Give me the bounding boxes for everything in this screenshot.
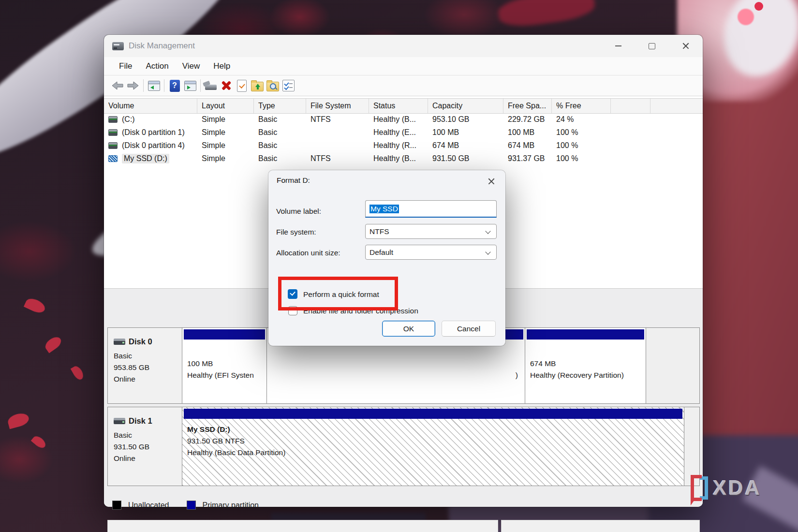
volume-layout: Simple	[197, 115, 254, 124]
wallpaper-blob	[43, 335, 63, 354]
table-row[interactable]: (Disk 0 partition 1) Simple Basic Health…	[104, 126, 703, 139]
close-icon	[682, 43, 689, 49]
allocation-unit-label: Allocation unit size:	[276, 249, 340, 257]
folder-up-icon	[251, 82, 264, 91]
volume-free: 229.72 GB	[503, 115, 552, 124]
menu-file[interactable]: File	[112, 59, 139, 73]
check-document-icon	[237, 80, 247, 92]
ok-button[interactable]: OK	[382, 321, 435, 337]
volume-label-input[interactable]: My SSD	[365, 200, 497, 218]
volume-status: Healthy (B...	[369, 154, 428, 163]
wallpaper-blob	[712, 0, 798, 87]
volume-type: Basic	[254, 128, 306, 137]
menu-view[interactable]: View	[176, 59, 207, 73]
quick-format-highlight-box	[278, 277, 398, 310]
wallpaper-blob	[6, 412, 30, 429]
column-header-status[interactable]: Status	[369, 99, 428, 113]
partition-recovery[interactable]: 674 MB Healthy (Recovery Partition)	[525, 328, 646, 403]
table-row-selected[interactable]: My SSD (D:) Simple Basic NTFS Healthy (B…	[104, 152, 703, 165]
allocation-unit-value: Default	[369, 248, 393, 257]
properties-button[interactable]	[203, 78, 219, 93]
cancel-button[interactable]: Cancel	[442, 321, 496, 337]
table-row[interactable]: (Disk 0 partition 4) Simple Basic Health…	[104, 139, 703, 152]
volume-fs: NTFS	[306, 115, 369, 124]
volume-free: 674 MB	[503, 141, 552, 150]
script-button[interactable]	[234, 78, 250, 93]
partition-status: Healthy (Recovery Partition)	[530, 369, 624, 381]
volume-status: Healthy (R...	[369, 141, 428, 150]
toolbar: ?	[104, 75, 703, 96]
disk-type: Basic	[114, 429, 182, 441]
title-bar: Disk Management	[104, 35, 703, 57]
file-system-dropdown[interactable]: NTFS	[365, 224, 497, 239]
drive-properties-icon	[205, 85, 217, 90]
minimize-button[interactable]	[601, 35, 635, 57]
dialog-close-button[interactable]	[484, 175, 499, 188]
back-icon	[112, 81, 123, 90]
unallocated-label: Unallocated	[128, 501, 169, 510]
volume-type: Basic	[254, 115, 306, 124]
close-button[interactable]	[669, 35, 703, 57]
table-row[interactable]: (C:) Simple Basic NTFS Healthy (B... 953…	[104, 113, 703, 126]
forward-button[interactable]	[125, 78, 141, 93]
checklist-icon	[282, 80, 295, 91]
disk1-empty-space	[684, 407, 699, 486]
volume-capacity: 674 MB	[428, 141, 503, 150]
format-dialog: Format D: Volume label: My SSD File syst…	[268, 170, 505, 346]
partition-size: 100 MB	[187, 358, 254, 369]
volume-status: Healthy (E...	[369, 128, 428, 137]
column-header-free-space[interactable]: Free Spa...	[503, 99, 552, 113]
partition-status-sliver: )	[516, 369, 518, 381]
volume-rows: (C:) Simple Basic NTFS Healthy (B... 953…	[104, 113, 703, 165]
help-button[interactable]: ?	[167, 78, 182, 93]
column-header-file-system[interactable]: File System	[306, 99, 369, 113]
xda-bracket-icon	[691, 475, 702, 501]
disk-status: Online	[114, 373, 182, 385]
console-tree-button[interactable]	[146, 78, 162, 93]
allocation-unit-dropdown[interactable]: Default	[365, 245, 497, 260]
delete-volume-button[interactable]	[219, 78, 234, 93]
export-button[interactable]	[250, 78, 265, 93]
column-header-layout[interactable]: Layout	[197, 99, 254, 113]
menu-action[interactable]: Action	[139, 59, 175, 73]
disk-status: Online	[114, 453, 182, 464]
column-header-type[interactable]: Type	[254, 99, 306, 113]
volume-label-label: Volume label:	[276, 207, 321, 216]
column-header-capacity[interactable]: Capacity	[428, 99, 503, 113]
xda-logo-text: XDA	[713, 476, 762, 500]
back-button[interactable]	[110, 78, 125, 93]
window-title: Disk Management	[129, 41, 195, 51]
open-search-button[interactable]	[265, 78, 281, 93]
wallpaper-blob	[24, 296, 47, 315]
volume-fs: NTFS	[306, 154, 369, 163]
bottom-panel	[107, 520, 498, 532]
volume-name: My SSD (D:)	[122, 154, 169, 163]
help-icon: ?	[170, 80, 180, 92]
action-pane-button[interactable]	[182, 78, 198, 93]
disk-icon	[114, 418, 125, 424]
partition-size-fs: 931.50 GB NTFS	[187, 435, 285, 447]
disk-size: 953.85 GB	[114, 362, 182, 373]
disk0-panel[interactable]: Disk 0 Basic 953.85 GB Online	[108, 328, 182, 403]
column-header-pct-free[interactable]: % Free	[552, 99, 611, 113]
primary-partition-swatch	[187, 501, 196, 510]
partition-my-ssd[interactable]: My SSD (D:) 931.50 GB NTFS Healthy (Basi…	[182, 407, 684, 486]
volume-pct-free: 24 %	[552, 115, 611, 124]
disk1-panel[interactable]: Disk 1 Basic 931.50 GB Online	[108, 407, 182, 486]
close-icon	[488, 178, 495, 185]
toolbar-separator	[200, 79, 201, 92]
volume-layout: Simple	[197, 128, 254, 137]
menu-help[interactable]: Help	[207, 59, 237, 73]
tasks-button[interactable]	[281, 78, 296, 93]
disk-size: 931.50 GB	[114, 441, 182, 453]
partition-efi[interactable]: 100 MB Healthy (EFI Systen	[182, 328, 267, 403]
maximize-button[interactable]	[635, 35, 669, 57]
unallocated-swatch	[112, 501, 121, 510]
action-pane-icon	[184, 81, 196, 91]
disk-name: Disk 0	[129, 336, 152, 347]
volume-name: (Disk 0 partition 4)	[122, 141, 185, 150]
volume-layout: Simple	[197, 141, 254, 150]
volume-drive-icon	[108, 142, 118, 149]
column-header-volume[interactable]: Volume	[104, 99, 197, 113]
volume-layout: Simple	[197, 154, 254, 163]
